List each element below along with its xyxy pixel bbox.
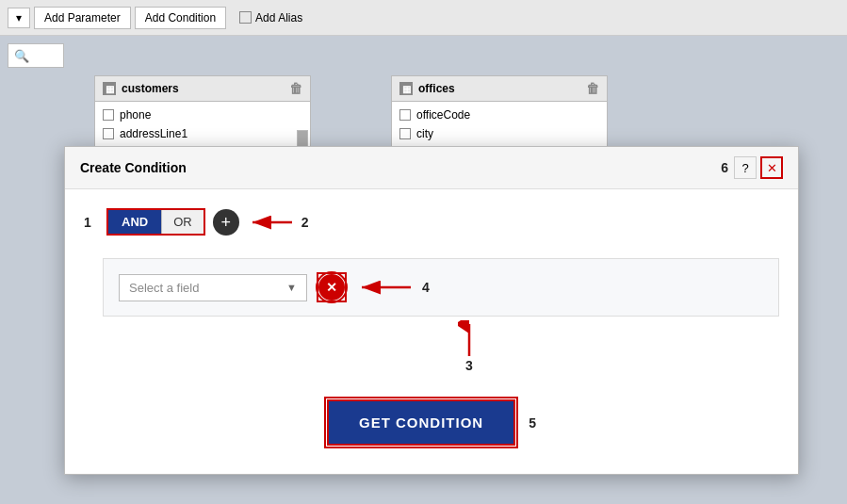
- phone-checkbox[interactable]: [103, 109, 114, 121]
- officecode-checkbox[interactable]: [399, 109, 411, 121]
- annotation-4: 4: [422, 280, 430, 295]
- top-toolbar: ▾ Add Parameter Add Condition Add Alias: [0, 0, 847, 36]
- offices-table-header: ▦ offices 🗑: [392, 76, 607, 102]
- annotation-5: 5: [529, 415, 536, 431]
- table-icon: ▦: [399, 82, 413, 95]
- alias-checkbox[interactable]: [239, 11, 252, 24]
- annotation-1: 1: [84, 215, 99, 230]
- dropdown-button[interactable]: ▾: [8, 8, 30, 28]
- annotation-3-area: 3: [159, 320, 779, 373]
- table-row: phone: [103, 106, 302, 124]
- search-icon: 🔍: [14, 49, 29, 63]
- delete-customers-icon[interactable]: 🗑: [289, 81, 302, 96]
- customers-table-name: customers: [122, 82, 179, 95]
- arrow-annotation-4: [356, 276, 413, 299]
- get-condition-area: GET CONDITION 5: [84, 399, 779, 446]
- add-condition-circle-button[interactable]: +: [213, 209, 239, 236]
- select-field-dropdown[interactable]: Select a field ▼: [119, 274, 307, 301]
- annotation-2: 2: [301, 215, 309, 230]
- x-btn-border: ✕: [317, 272, 347, 302]
- phone-field-label: phone: [120, 108, 151, 122]
- addressline1-checkbox[interactable]: [103, 128, 114, 139]
- get-condition-button[interactable]: GET CONDITION: [327, 399, 515, 446]
- officecode-field-label: officeCode: [416, 108, 470, 122]
- delete-offices-icon[interactable]: 🗑: [586, 81, 599, 96]
- table-icon: ▦: [103, 82, 116, 95]
- city-checkbox[interactable]: [399, 128, 411, 139]
- offices-table-body: officeCode city: [392, 102, 607, 147]
- create-condition-modal: Create Condition 6 ? ✕ 1 AND OR +: [64, 146, 799, 475]
- dropdown-chevron-icon: ▼: [286, 282, 297, 293]
- add-alias-label: Add Alias: [255, 11, 302, 24]
- add-alias-button[interactable]: Add Alias: [230, 8, 312, 28]
- field-select-outer: Select a field ▼ ✕ 4: [103, 258, 779, 317]
- annotation-3: 3: [465, 358, 473, 373]
- search-bar[interactable]: 🔍: [8, 43, 64, 68]
- modal-body: 1 AND OR + 2 Sele: [65, 189, 798, 474]
- add-parameter-button[interactable]: Add Parameter: [34, 7, 131, 29]
- arrow-annotation-2: [247, 211, 294, 234]
- table-row: city: [399, 124, 599, 143]
- add-condition-button[interactable]: Add Condition: [135, 7, 226, 29]
- field-row-wrapper: Select a field ▼ ✕ 4: [103, 258, 779, 317]
- offices-table: ▦ offices 🗑 officeCode city: [391, 75, 608, 148]
- table-row: officeCode: [399, 106, 599, 124]
- annotation-6: 6: [721, 160, 728, 175]
- dropdown-arrow-icon: ▾: [16, 11, 22, 24]
- modal-titlebar-right: 6 ? ✕: [721, 156, 783, 179]
- and-or-group: AND OR: [106, 208, 205, 236]
- addressline1-field-label: addressLine1: [120, 127, 187, 140]
- condition-logic-row: 1 AND OR + 2: [84, 208, 779, 236]
- offices-table-name: offices: [418, 82, 455, 95]
- modal-close-button[interactable]: ✕: [760, 156, 783, 179]
- modal-help-button[interactable]: ?: [734, 156, 757, 179]
- select-field-placeholder: Select a field: [129, 281, 199, 295]
- table-row: addressLine1: [103, 124, 302, 143]
- city-field-label: city: [416, 127, 433, 140]
- and-button[interactable]: AND: [108, 210, 161, 234]
- or-button[interactable]: OR: [161, 210, 204, 234]
- modal-title: Create Condition: [80, 160, 187, 175]
- clear-condition-button[interactable]: ✕: [318, 274, 345, 301]
- up-arrow-icon: [458, 320, 481, 358]
- customers-table-header: ▦ customers 🗑: [95, 76, 310, 102]
- modal-titlebar: Create Condition 6 ? ✕: [65, 147, 798, 189]
